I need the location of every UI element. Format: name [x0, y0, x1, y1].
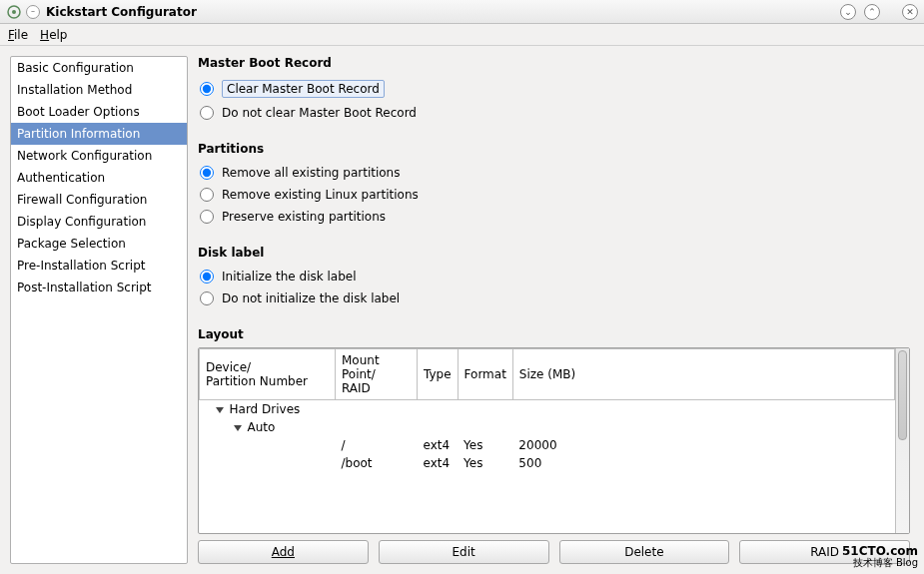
table-row[interactable]: /boot ext4 Yes 500: [200, 454, 895, 472]
add-button[interactable]: Add: [198, 540, 369, 564]
radio-label: Initialize the disk label: [222, 270, 357, 284]
section-title-layout: Layout: [198, 327, 910, 341]
edit-button[interactable]: Edit: [379, 540, 549, 564]
sidebar-item-pre-installation-script[interactable]: Pre-Installation Script: [11, 255, 187, 277]
scrollbar-thumb[interactable]: [898, 350, 907, 440]
window-buttons: ⌄ ⌃ ✕: [840, 4, 918, 20]
radio-remove-linux[interactable]: Remove existing Linux partitions: [198, 184, 910, 206]
content-area: Master Boot Record Clear Master Boot Rec…: [198, 56, 914, 564]
col-mount[interactable]: Mount Point/RAID: [336, 349, 418, 400]
radio-group-mbr: Clear Master Boot Record Do not clear Ma…: [198, 76, 910, 124]
radio-label: Preserve existing partitions: [222, 210, 386, 224]
layout-section: Device/Partition Number Mount Point/RAID…: [198, 347, 910, 564]
scrollbar-vertical[interactable]: [895, 348, 909, 533]
maximize-button[interactable]: ⌃: [864, 4, 880, 20]
sidebar: Basic Configuration Installation Method …: [10, 56, 188, 564]
radio-preserve[interactable]: Preserve existing partitions: [198, 206, 910, 228]
radio-input-no-clear-mbr[interactable]: [200, 106, 214, 120]
cell-size: 20000: [512, 436, 894, 454]
radio-label: Do not initialize the disk label: [222, 291, 400, 305]
cell-size: 500: [512, 454, 894, 472]
sidebar-item-basic-configuration[interactable]: Basic Configuration: [11, 57, 187, 79]
col-type[interactable]: Type: [418, 349, 459, 400]
section-title-disklabel: Disk label: [198, 246, 910, 260]
radio-label: Clear Master Boot Record: [222, 80, 385, 98]
button-row: Add Edit Delete RAID: [198, 540, 910, 564]
radio-input-no-init-disklabel[interactable]: [200, 291, 214, 305]
radio-input-remove-linux[interactable]: [200, 188, 214, 202]
radio-input-remove-all[interactable]: [200, 166, 214, 180]
tree-toggle-icon[interactable]: [216, 407, 224, 413]
radio-input-preserve[interactable]: [200, 210, 214, 224]
sidebar-item-network-configuration[interactable]: Network Configuration: [11, 145, 187, 167]
sidebar-item-authentication[interactable]: Authentication: [11, 167, 187, 189]
sidebar-item-partition-information[interactable]: Partition Information: [11, 123, 187, 145]
svg-point-1: [12, 10, 16, 14]
tree-row-hard-drives[interactable]: Hard Drives: [200, 400, 895, 419]
menubar: File Help: [0, 24, 924, 46]
menu-help[interactable]: Help: [40, 28, 67, 42]
sidebar-item-firewall-configuration[interactable]: Firewall Configuration: [11, 189, 187, 211]
radio-label: Do not clear Master Boot Record: [222, 106, 417, 120]
radio-init-disklabel[interactable]: Initialize the disk label: [198, 266, 910, 287]
tree-label: Auto: [248, 420, 276, 434]
sidebar-item-installation-method[interactable]: Installation Method: [11, 79, 187, 101]
radio-no-clear-mbr[interactable]: Do not clear Master Boot Record: [198, 102, 910, 124]
col-format[interactable]: Format: [458, 349, 512, 400]
title-state-icon: –: [26, 5, 40, 19]
radio-group-disklabel: Initialize the disk label Do not initial…: [198, 266, 910, 309]
tree-row-auto[interactable]: Auto: [200, 418, 895, 436]
menu-file[interactable]: File: [8, 28, 28, 42]
cell-mount: /: [336, 436, 418, 454]
cell-type: ext4: [418, 436, 459, 454]
cell-format: Yes: [458, 454, 512, 472]
cell-mount: /boot: [336, 454, 418, 472]
minimize-button[interactable]: ⌄: [840, 4, 856, 20]
radio-remove-all[interactable]: Remove all existing partitions: [198, 162, 910, 184]
sidebar-item-post-installation-script[interactable]: Post-Installation Script: [11, 277, 187, 298]
col-device[interactable]: Device/Partition Number: [200, 349, 336, 400]
cell-format: Yes: [458, 436, 512, 454]
sidebar-item-display-configuration[interactable]: Display Configuration: [11, 211, 187, 233]
tree-toggle-icon[interactable]: [234, 425, 242, 431]
app-icon: [6, 4, 22, 20]
radio-input-clear-mbr[interactable]: [200, 82, 214, 96]
radio-group-partitions: Remove all existing partitions Remove ex…: [198, 162, 910, 228]
partition-table: Device/Partition Number Mount Point/RAID…: [198, 347, 910, 534]
radio-input-init-disklabel[interactable]: [200, 270, 214, 284]
radio-no-init-disklabel[interactable]: Do not initialize the disk label: [198, 287, 910, 309]
sidebar-item-boot-loader-options[interactable]: Boot Loader Options: [11, 101, 187, 123]
section-title-partitions: Partitions: [198, 142, 910, 156]
radio-label: Remove existing Linux partitions: [222, 188, 419, 202]
delete-button[interactable]: Delete: [559, 540, 730, 564]
raid-button[interactable]: RAID: [739, 540, 910, 564]
main-area: Basic Configuration Installation Method …: [0, 46, 924, 574]
section-title-mbr: Master Boot Record: [198, 56, 910, 70]
radio-clear-mbr[interactable]: Clear Master Boot Record: [198, 76, 910, 102]
cell-type: ext4: [418, 454, 459, 472]
table-row[interactable]: / ext4 Yes 20000: [200, 436, 895, 454]
window-title: Kickstart Configurator: [46, 5, 840, 19]
radio-label: Remove all existing partitions: [222, 166, 400, 180]
sidebar-item-package-selection[interactable]: Package Selection: [11, 233, 187, 255]
tree-label: Hard Drives: [230, 402, 301, 416]
titlebar: – Kickstart Configurator ⌄ ⌃ ✕: [0, 0, 924, 24]
close-button[interactable]: ✕: [902, 4, 918, 20]
col-size[interactable]: Size (MB): [512, 349, 894, 400]
